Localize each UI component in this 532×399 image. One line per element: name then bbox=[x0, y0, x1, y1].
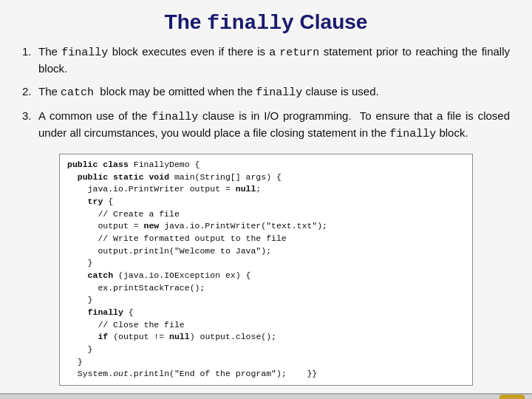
slide-title: The finally Clause bbox=[22, 10, 510, 35]
code-block: public class FinallyDemo { public static… bbox=[59, 154, 473, 386]
list-item: 1. The finally block executes even if th… bbox=[22, 44, 510, 76]
list-num: 3. bbox=[22, 108, 38, 123]
inline-code: finally bbox=[151, 111, 198, 123]
list-text: A common use of the finally clause is in… bbox=[38, 108, 510, 142]
inline-code: catch bbox=[61, 86, 94, 99]
list-num: 1. bbox=[22, 44, 38, 59]
list-item: 3. A common use of the finally clause is… bbox=[22, 108, 510, 142]
inline-code: finally bbox=[389, 128, 436, 140]
list-text: The finally block executes even if there… bbox=[38, 44, 510, 76]
inline-code: return bbox=[279, 47, 319, 59]
points-list: 1. The finally block executes even if th… bbox=[22, 44, 510, 149]
footer-right: © Mark Llewellyn C bbox=[422, 395, 525, 399]
footer-logo-icon: C bbox=[499, 395, 525, 399]
inline-code: finally bbox=[61, 47, 108, 59]
footer: COP 3330: Exception Handling In Java Pag… bbox=[0, 393, 532, 399]
list-num: 2. bbox=[22, 83, 38, 99]
title-prefix: The bbox=[165, 10, 208, 33]
slide: The finally Clause 1. The finally block … bbox=[0, 0, 532, 399]
list-text: The catch block may be omitted when the … bbox=[38, 83, 510, 100]
slide-content: The finally Clause 1. The finally block … bbox=[0, 0, 532, 393]
title-mono: finally bbox=[207, 12, 294, 35]
inline-code: finally bbox=[256, 86, 302, 99]
list-item: 2. The catch block may be omitted when t… bbox=[22, 83, 510, 100]
title-suffix: Clause bbox=[294, 10, 368, 33]
